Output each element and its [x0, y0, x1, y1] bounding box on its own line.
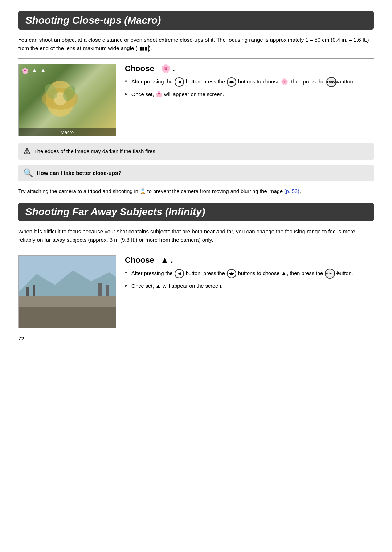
choose1-label: Choose	[125, 64, 154, 73]
choose2-period: .	[171, 255, 173, 265]
mountain-icon-inline2: ▲	[155, 283, 161, 289]
focus-icon2: ▲	[40, 67, 46, 74]
macro-mode-icon: 🌸	[21, 67, 29, 74]
page-number: 72	[18, 335, 374, 342]
tip-link: (p. 53)	[284, 188, 299, 194]
svg-rect-8	[19, 307, 116, 328]
section2-header: Shooting Far Away Subjects (Infinity)	[18, 203, 374, 221]
divider2	[18, 250, 374, 250]
svg-rect-12	[106, 285, 109, 296]
macro-flower-icon: 🌸	[161, 64, 171, 73]
section1-content: 🌸 ▲ ▲ Macro Choose 🌸. After pressing the…	[18, 64, 374, 136]
bullet4-item: Once set, ▲ will appear on the screen.	[125, 282, 374, 291]
section2-intro: When it is difficult to focus because yo…	[18, 227, 374, 244]
warning-text: The edges of the image may darken if the…	[34, 148, 157, 154]
tip-box: 🔍 How can I take better close-ups?	[18, 165, 374, 181]
focus-icon1: ▲	[32, 67, 37, 74]
choose1-heading: Choose 🌸.	[125, 64, 374, 73]
bullet3-item: After pressing the ◀ button, press the ◀…	[125, 269, 374, 279]
func-set-btn2: FUNCSET	[325, 269, 335, 279]
tip-icon: 🔍	[23, 168, 33, 178]
macro-icon-inline: 🌸	[281, 78, 288, 84]
mountain-icon-inline: ▲	[281, 270, 287, 276]
section1-header: Shooting Close-ups (Macro)	[18, 11, 374, 30]
section1-right: Choose 🌸. After pressing the ◀ button, p…	[125, 64, 374, 102]
bullet2-item: Once set, 🌸 will appear on the screen.	[125, 90, 374, 99]
macro-label: Macro	[19, 128, 116, 136]
left-arrow-btn: ◀	[175, 77, 184, 87]
choose1-period: .	[173, 64, 175, 73]
section1-intro: You can shoot an object at a close dista…	[18, 36, 374, 53]
macro-icon-inline2: 🌸	[155, 91, 163, 97]
warning-icon: ⚠	[23, 147, 30, 156]
tip-body: Try attaching the camera to a tripod and…	[18, 187, 374, 196]
lr-arrow-btn2: ◀▶	[227, 269, 236, 278]
mountain-icon: ▲	[161, 255, 169, 265]
lr-arrow-btn1: ◀▶	[227, 77, 236, 87]
warning-box: ⚠ The edges of the image may darken if t…	[18, 143, 374, 160]
self-timer-icon: ⌛	[140, 188, 146, 194]
tip-title: How can I take better close-ups?	[37, 170, 121, 176]
macro-image: 🌸 ▲ ▲ Macro	[18, 64, 116, 136]
section2-right: Choose ▲. After pressing the ◀ button, p…	[125, 255, 374, 294]
infinity-image	[18, 255, 116, 328]
bullet1-item: After pressing the ◀ button, press the ◀…	[125, 77, 374, 87]
left-arrow-btn2: ◀	[175, 269, 184, 278]
divider1	[18, 58, 374, 59]
section2-content: Choose ▲. After pressing the ◀ button, p…	[18, 255, 374, 328]
svg-rect-9	[26, 287, 29, 296]
func-set-btn1: FUNCSET	[326, 77, 336, 87]
svg-rect-10	[33, 285, 35, 296]
choose2-heading: Choose ▲.	[125, 255, 374, 265]
choose2-label: Choose	[125, 255, 154, 265]
choose2-bullets: After pressing the ◀ button, press the ◀…	[125, 269, 374, 291]
choose1-bullets: After pressing the ◀ button, press the ◀…	[125, 77, 374, 99]
svg-rect-11	[98, 283, 102, 296]
